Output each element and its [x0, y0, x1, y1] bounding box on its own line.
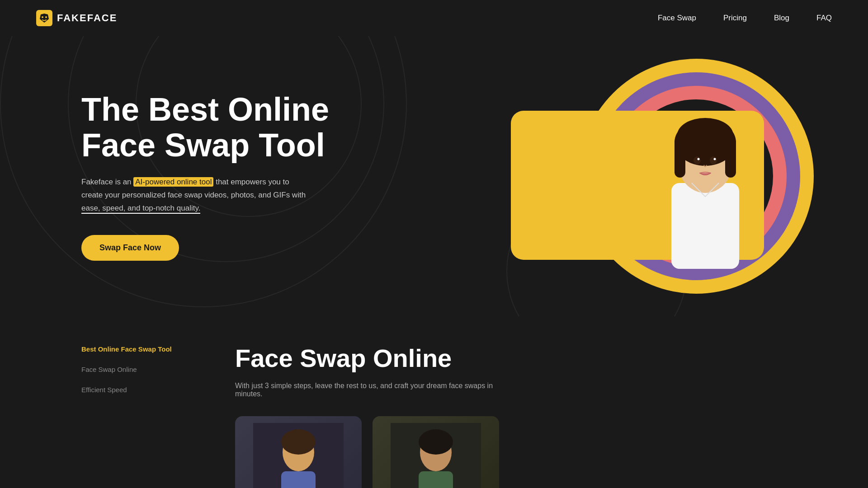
- card-svg-2: [391, 423, 481, 488]
- logo-icon: [36, 10, 52, 26]
- sidebar-item-efficient-speed[interactable]: Efficient Speed: [81, 384, 199, 395]
- feature-card-1: [235, 416, 362, 488]
- brand-name: FAKEFACE: [57, 12, 117, 24]
- sidebar-item-best-tool[interactable]: Best Online Face Swap Tool: [81, 343, 199, 355]
- svg-point-1: [42, 16, 43, 18]
- svg-point-10: [693, 156, 701, 164]
- cta-button[interactable]: Swap Face Now: [81, 235, 179, 261]
- nav-links: Face Swap Pricing Blog FAQ: [658, 14, 832, 23]
- svg-point-2: [45, 16, 47, 18]
- nav-face-swap[interactable]: Face Swap: [658, 14, 696, 23]
- svg-rect-21: [419, 471, 453, 488]
- nav-pricing[interactable]: Pricing: [723, 14, 747, 23]
- card-placeholder-1: [235, 416, 362, 488]
- svg-point-9: [677, 118, 733, 152]
- person-svg: [646, 88, 764, 269]
- desc-prefix: Fakeface is an: [81, 178, 133, 186]
- section-title: Face Swap Online: [235, 343, 787, 373]
- card-placeholder-2: [373, 416, 499, 488]
- svg-rect-3: [671, 183, 739, 269]
- navbar: FAKEFACE Face Swap Pricing Blog FAQ: [0, 0, 868, 36]
- logo[interactable]: FAKEFACE: [36, 10, 117, 26]
- lower-layout: Best Online Face Swap Tool Face Swap Onl…: [81, 343, 787, 488]
- hero-description: Fakeface is an AI-powered online tool th…: [81, 176, 307, 215]
- cards-row: [235, 416, 787, 488]
- section-description: With just 3 simple steps, leave the rest…: [235, 382, 506, 398]
- hero-right: [506, 59, 787, 294]
- face-card: [511, 111, 764, 260]
- feature-card-2: [373, 416, 499, 488]
- nav-faq[interactable]: FAQ: [816, 14, 832, 23]
- svg-point-11: [710, 156, 717, 164]
- svg-point-16: [281, 429, 316, 455]
- svg-point-13: [714, 158, 716, 160]
- svg-rect-17: [281, 471, 316, 488]
- lower-section: Best Online Face Swap Tool Face Swap Onl…: [0, 316, 868, 488]
- sidebar-nav: Best Online Face Swap Tool Face Swap Onl…: [81, 343, 199, 395]
- lower-content: Face Swap Online With just 3 simple step…: [235, 343, 787, 488]
- face-image-container: [646, 88, 773, 260]
- hero-title: The Best Online Face Swap Tool: [81, 92, 389, 163]
- svg-point-12: [698, 158, 700, 160]
- nav-blog[interactable]: Blog: [774, 14, 789, 23]
- card-svg-1: [253, 423, 344, 488]
- sidebar-item-face-swap-online[interactable]: Face Swap Online: [81, 364, 199, 375]
- desc-highlight: AI-powered online tool: [133, 177, 213, 187]
- svg-point-20: [419, 429, 453, 455]
- hero-section: The Best Online Face Swap Tool Fakeface …: [0, 36, 868, 316]
- hero-left: The Best Online Face Swap Tool Fakeface …: [81, 92, 389, 261]
- desc-highlight2: ease, speed, and top-notch quality.: [81, 204, 200, 214]
